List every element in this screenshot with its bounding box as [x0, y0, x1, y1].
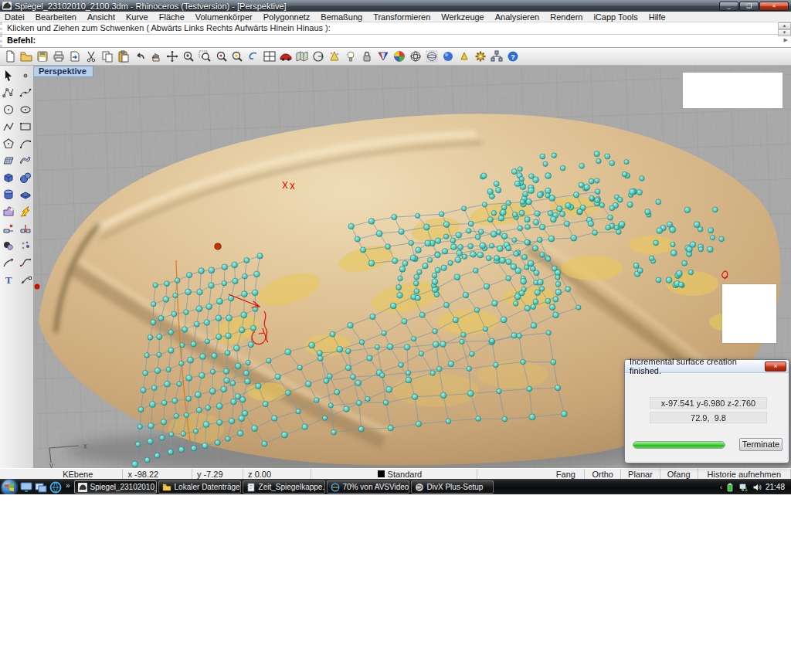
point-icon[interactable]: [18, 68, 33, 83]
undo-icon[interactable]: [132, 49, 148, 64]
trim-icon[interactable]: [1, 221, 16, 236]
restore-button[interactable]: ❏: [739, 2, 759, 11]
status-toggle-ofang[interactable]: Ofang: [660, 469, 698, 479]
menu-kurve[interactable]: Kurve: [126, 12, 148, 22]
tray-expand-icon[interactable]: ‹: [720, 484, 722, 491]
car-icon[interactable]: [278, 49, 294, 64]
dialog-close-button[interactable]: ×: [765, 361, 786, 372]
close-button[interactable]: ×: [759, 2, 789, 11]
internet-explorer-icon[interactable]: [49, 481, 62, 494]
menu-bearbeiten[interactable]: Bearbeiten: [36, 12, 76, 22]
curve-blend-icon[interactable]: [18, 255, 33, 270]
speaker-icon[interactable]: [752, 483, 762, 492]
network-icon[interactable]: [739, 483, 749, 492]
fillet-icon[interactable]: [1, 238, 16, 253]
window-switcher-icon[interactable]: [35, 481, 47, 494]
command-scrollbar[interactable]: ▲▼: [778, 22, 791, 35]
lightbulb-icon[interactable]: [343, 49, 358, 64]
new-file-icon[interactable]: [2, 49, 18, 64]
color-wheel-icon[interactable]: [392, 49, 407, 64]
scroll-up-icon[interactable]: ▲: [778, 22, 791, 29]
menu-analysieren[interactable]: Analysieren: [495, 12, 539, 22]
status-toggle-ortho[interactable]: Ortho: [585, 469, 621, 479]
zoom-in-icon[interactable]: [181, 49, 196, 64]
slab-icon[interactable]: [18, 187, 33, 202]
menu-bemassung[interactable]: Bemaßung: [321, 12, 362, 22]
export-icon[interactable]: [67, 49, 83, 64]
explode-icon[interactable]: [18, 204, 33, 219]
rectangle-icon[interactable]: [18, 119, 33, 134]
viewport-layout-icon[interactable]: [262, 49, 277, 64]
gear-icon[interactable]: [473, 49, 488, 64]
rotate-view-icon[interactable]: [165, 49, 180, 64]
structure-tree-icon[interactable]: [489, 49, 504, 64]
viewport-tab-perspektive[interactable]: Perspektive: [34, 66, 93, 77]
terminate-button[interactable]: Terminate: [739, 438, 783, 451]
battery-icon[interactable]: [726, 483, 735, 492]
show-desktop-icon[interactable]: [20, 481, 32, 494]
minimize-button[interactable]: _: [719, 2, 738, 11]
print-icon[interactable]: [51, 49, 66, 64]
taskbar-task-divx[interactable]: DivX Plus-Setup: [411, 480, 494, 494]
scroll-down-icon[interactable]: ▼: [778, 29, 791, 36]
shaded-sphere-icon[interactable]: [440, 49, 456, 64]
circle-icon[interactable]: [1, 102, 16, 117]
save-icon[interactable]: [35, 49, 50, 64]
arc-icon[interactable]: [18, 136, 33, 151]
menu-datei[interactable]: Datei: [5, 12, 25, 22]
menu-transformieren[interactable]: Transformieren: [373, 12, 430, 22]
lock-icon[interactable]: [359, 49, 375, 64]
menu-volumenkoerper[interactable]: Volumenkörper: [195, 12, 253, 22]
leader-icon[interactable]: [18, 272, 33, 287]
menu-icapp-tools[interactable]: iCapp Tools: [593, 12, 637, 22]
ghosted-sphere-icon[interactable]: [424, 49, 440, 64]
polygon-icon[interactable]: [1, 136, 16, 151]
status-layer[interactable]: Standard: [373, 469, 478, 479]
cut-icon[interactable]: [83, 49, 99, 64]
copy-icon[interactable]: [100, 49, 115, 64]
menu-flaeche[interactable]: Fläche: [159, 12, 185, 22]
wireframe-sphere-icon[interactable]: [408, 49, 423, 64]
curve-fillet-icon[interactable]: [1, 255, 16, 270]
dialog-title-bar[interactable]: Incremental surface creation finished. ×: [625, 360, 789, 373]
view-undo-icon[interactable]: [246, 49, 261, 64]
text-icon[interactable]: T: [1, 272, 16, 287]
command-prompt-line[interactable]: Befehl:: [0, 35, 791, 47]
pointer-icon[interactable]: [1, 68, 16, 83]
taskbar-task-notepad[interactable]: Zeit_Spiegelkappe.tx...: [243, 480, 325, 494]
help-icon[interactable]: ?: [505, 49, 521, 64]
status-cplane[interactable]: KEbene: [33, 469, 124, 479]
cylinder-icon[interactable]: [1, 187, 16, 202]
paste-icon[interactable]: [116, 49, 131, 64]
polyline-icon[interactable]: [1, 119, 16, 134]
taskbar-task-explorer[interactable]: Lokaler Datenträger ...: [158, 480, 241, 494]
menu-rendern[interactable]: Rendern: [550, 12, 582, 22]
surface-icon[interactable]: [1, 153, 16, 168]
ellipse-icon[interactable]: [18, 102, 33, 117]
zoom-window-icon[interactable]: [197, 49, 212, 64]
point-cloud-icon[interactable]: [18, 238, 33, 253]
command-expand-icon[interactable]: ▶: [784, 37, 788, 43]
plan-view-icon[interactable]: [311, 49, 326, 64]
menu-hilfe[interactable]: Hilfe: [649, 12, 666, 22]
taskbar-task-rhino[interactable]: Spiegel_23102010_2...: [74, 480, 157, 494]
pan-hand-icon[interactable]: [148, 49, 164, 64]
curved-surface-icon[interactable]: [18, 153, 33, 168]
map-icon[interactable]: [294, 49, 310, 64]
open-file-icon[interactable]: [19, 49, 34, 64]
status-record-history[interactable]: Historie aufnehmen: [698, 469, 791, 479]
cone-points-icon[interactable]: [327, 49, 342, 64]
control-curve-icon[interactable]: [1, 85, 16, 100]
menu-ansicht[interactable]: Ansicht: [87, 12, 115, 22]
split-icon[interactable]: [18, 221, 33, 236]
zoom-target-icon[interactable]: [229, 49, 245, 64]
box-icon[interactable]: [1, 170, 16, 185]
menu-werkzeuge[interactable]: Werkzeuge: [441, 12, 484, 22]
boolean-icon[interactable]: [1, 204, 16, 219]
start-button[interactable]: [2, 480, 17, 495]
render-icon[interactable]: [375, 49, 391, 64]
status-toggle-fang[interactable]: Fang: [547, 469, 585, 479]
taskbar-clock[interactable]: 21:48: [766, 483, 785, 491]
interp-curve-icon[interactable]: [18, 85, 33, 100]
zoom-dynamic-icon[interactable]: [213, 49, 229, 64]
